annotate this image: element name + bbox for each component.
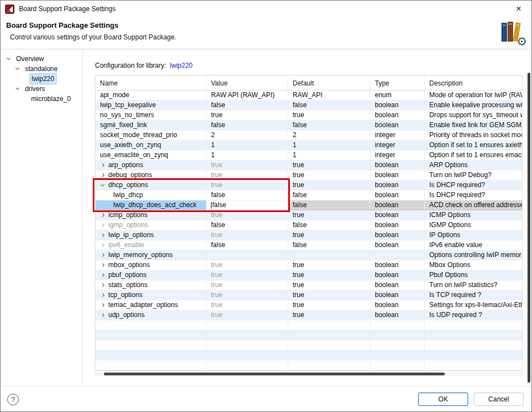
table-row[interactable]: use_emaclite_on_zynq11integerOption if s… <box>96 150 522 160</box>
cancel-button[interactable]: Cancel <box>474 393 524 406</box>
sidebar-item-lwip220[interactable]: lwip220 <box>1 74 82 84</box>
table-row[interactable]: icmp_optionstruetruebooleanICMP Options <box>96 210 522 220</box>
expand-chevron-icon[interactable] <box>101 173 104 177</box>
table-row[interactable]: arp_optionstruetruebooleanARP Options <box>96 160 522 170</box>
expand-chevron-icon[interactable] <box>101 223 104 227</box>
table-row[interactable]: mbox_optionstruetruebooleanMbox Options <box>96 260 522 270</box>
table-row[interactable]: lwip_ip_optionstruetruebooleanIP Options <box>96 230 522 240</box>
expand-chevron-icon[interactable] <box>101 313 104 316</box>
table-row[interactable]: lwip_dhcp_does_acd_checkfalsefalseboolea… <box>96 200 522 210</box>
sidebar-item-drivers[interactable]: drivers <box>1 84 82 94</box>
sidebar-item-Overview[interactable]: Overview <box>1 54 82 64</box>
close-icon[interactable]: × <box>509 1 528 17</box>
cell-value[interactable]: 1 <box>207 150 288 160</box>
cell-value[interactable]: true <box>207 280 288 290</box>
table-row[interactable]: api_modeRAW API (RAW_API)RAW_APIenumMode… <box>96 91 522 101</box>
collapse-chevron-icon[interactable] <box>101 182 104 186</box>
cell-value[interactable]: true <box>207 160 288 170</box>
cell-value[interactable]: true <box>207 310 288 320</box>
cell-desc: IGMP Options <box>425 220 522 230</box>
expand-chevron-icon[interactable] <box>101 303 104 307</box>
cell-value[interactable]: false <box>207 101 288 110</box>
column-header-value[interactable]: Value <box>207 76 288 90</box>
main-panel: Configuration for library:lwip220 NameVa… <box>83 49 531 386</box>
collapse-chevron-icon[interactable] <box>7 56 11 60</box>
text-caret <box>211 202 212 209</box>
expand-chevron-icon[interactable] <box>101 273 104 277</box>
cell-value[interactable]: false <box>207 240 288 250</box>
cell-default: true <box>288 310 370 320</box>
vertical-scrollbar-thumb[interactable] <box>528 73 530 383</box>
column-header-name[interactable]: Name <box>96 76 207 90</box>
table-row[interactable]: ipv6_enablefalsefalsebooleanIPv6 enable … <box>96 240 522 250</box>
table-row[interactable]: pbuf_optionstruetruebooleanPbuf Options <box>96 270 522 280</box>
empty-table-row[interactable] <box>96 360 522 370</box>
table-row[interactable]: no_sys_no_timerstruetruebooleanDrops sup… <box>96 110 522 120</box>
expand-chevron-icon[interactable] <box>101 253 104 257</box>
cell-value[interactable]: false <box>207 220 288 230</box>
expand-chevron-icon[interactable] <box>101 233 104 237</box>
cell-value[interactable]: false <box>207 120 288 130</box>
cell-value[interactable]: true <box>207 290 288 300</box>
sidebar-item-standalone[interactable]: standalone <box>1 64 82 74</box>
library-name-link[interactable]: lwip220 <box>170 62 193 69</box>
column-header-default[interactable]: Default <box>288 76 370 90</box>
table-header: NameValueDefaultTypeDescription <box>96 76 522 91</box>
expand-chevron-icon[interactable] <box>101 263 104 267</box>
expand-chevron-icon[interactable] <box>101 213 104 217</box>
table-row[interactable]: lwip_dhcpfalsefalsebooleanIs DHCP requir… <box>96 190 522 200</box>
table-row[interactable]: temac_adapter_optionstruetruebooleanSett… <box>96 300 522 310</box>
horizontal-scrollbar-thumb[interactable] <box>104 373 445 375</box>
cell-value[interactable]: true <box>207 210 288 220</box>
column-header-description[interactable]: Description <box>425 76 522 90</box>
expand-chevron-icon[interactable] <box>101 243 104 247</box>
expand-chevron-icon[interactable] <box>101 163 104 167</box>
cell-value[interactable]: true <box>207 260 288 270</box>
cell-desc: Is DHCP required? <box>425 190 522 200</box>
cell-value[interactable]: true <box>207 300 288 310</box>
table-row[interactable]: stats_optionstruetruebooleanTurn on lwIP… <box>96 280 522 290</box>
table-row[interactable]: lwip_memory_optionsOptions controlling l… <box>96 250 522 260</box>
cell-type: boolean <box>370 240 425 250</box>
column-header-type[interactable]: Type <box>370 76 425 90</box>
cell-value[interactable]: RAW API (RAW_API) <box>207 91 288 100</box>
table-row[interactable]: tcp_optionstruetruebooleanIs TCP require… <box>96 290 522 300</box>
collapse-chevron-icon[interactable] <box>16 86 19 90</box>
horizontal-scrollbar[interactable] <box>95 372 523 376</box>
cell-value[interactable]: true <box>207 170 288 180</box>
cell-name: lwip_dhcp_does_acd_check <box>96 200 207 210</box>
table-row[interactable]: use_axieth_on_zynq11integerOption if set… <box>96 140 522 150</box>
cell-default <box>288 350 370 360</box>
cell-value[interactable]: true <box>207 110 288 120</box>
table-row[interactable]: debug_optionstruetruebooleanTurn on lwIP… <box>96 170 522 180</box>
cell-value[interactable]: false <box>207 200 288 210</box>
cell-value[interactable]: 2 <box>207 130 288 140</box>
cell-value[interactable] <box>207 250 288 260</box>
cell-default: true <box>288 160 370 170</box>
cell-value[interactable]: 1 <box>207 140 288 150</box>
ok-button[interactable]: OK <box>418 393 468 406</box>
vertical-scrollbar[interactable] <box>527 73 531 383</box>
table-row[interactable]: lwip_tcp_keepalivefalsefalsebooleanEnabl… <box>96 101 522 110</box>
cell-value[interactable]: true <box>207 180 288 190</box>
expand-chevron-icon[interactable] <box>101 293 104 297</box>
table-row[interactable]: udp_optionstruetruebooleanIs UDP require… <box>96 310 522 320</box>
cell-value[interactable]: true <box>207 270 288 280</box>
table-row[interactable]: socket_mode_thread_prio22integerPriority… <box>96 130 522 140</box>
collapse-chevron-icon[interactable] <box>16 66 19 70</box>
table-row[interactable]: dhcp_optionstruetruebooleanIs DHCP requi… <box>96 180 522 190</box>
param-value: false <box>211 190 225 200</box>
empty-table-row[interactable] <box>96 330 522 340</box>
table-row[interactable]: sgmii_fixed_linkfalsefalsebooleanEnable … <box>96 120 522 130</box>
sidebar-item-microblaze_0[interactable]: microblaze_0 <box>1 94 82 104</box>
empty-table-row[interactable] <box>96 350 522 360</box>
help-button[interactable]: ? <box>7 394 19 405</box>
empty-table-row[interactable] <box>96 340 522 350</box>
cell-value[interactable]: false <box>207 190 288 200</box>
titlebar[interactable]: Board Support Package Settings × <box>1 1 531 17</box>
table-row[interactable]: igmp_optionsfalsefalsebooleanIGMP Option… <box>96 220 522 230</box>
expand-chevron-icon[interactable] <box>101 283 104 287</box>
empty-table-row[interactable] <box>96 320 522 330</box>
cell-value[interactable]: true <box>207 230 288 240</box>
param-value: true <box>211 160 223 170</box>
